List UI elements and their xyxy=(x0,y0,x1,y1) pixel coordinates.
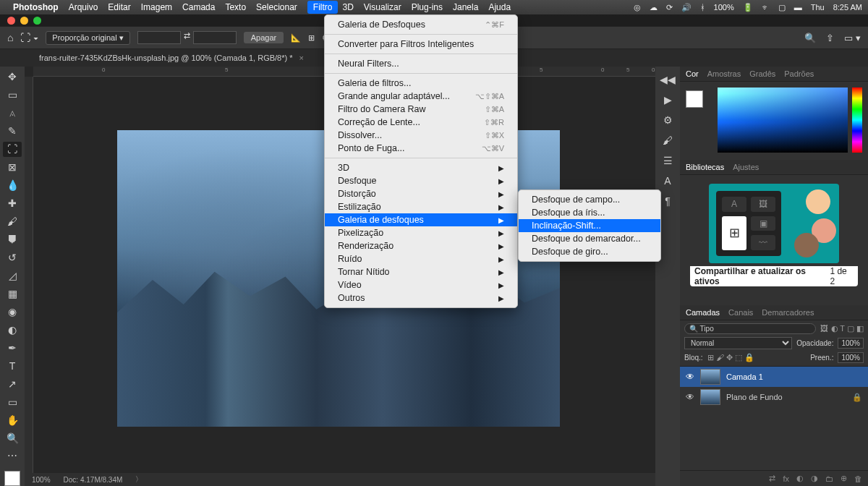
dodge-tool[interactable]: ◐ xyxy=(3,322,22,337)
hue-slider[interactable] xyxy=(852,88,862,153)
airplay-icon[interactable]: ▢ xyxy=(778,3,786,12)
visibility-icon[interactable]: 👁 xyxy=(686,392,694,402)
tab-ajustes[interactable]: Ajustes xyxy=(733,163,759,171)
layer-thumbnail[interactable] xyxy=(700,369,720,385)
fx-icon[interactable]: fx xyxy=(783,474,789,483)
submenu-item[interactable]: Inclinação-Shift... xyxy=(519,219,660,232)
share-icon[interactable]: ⇧ xyxy=(826,33,834,43)
new-layer-icon[interactable]: ⊕ xyxy=(841,474,847,483)
minimize-window-button[interactable] xyxy=(20,17,28,25)
menu-item[interactable]: Dissolver...⇧⌘X xyxy=(325,129,517,142)
menu-item[interactable]: Distorção▶ xyxy=(325,187,517,200)
menu-selecionar[interactable]: Selecionar xyxy=(256,2,297,12)
volume-icon[interactable]: 🔊 xyxy=(681,3,692,12)
type-tool[interactable]: T xyxy=(3,358,22,373)
play-icon[interactable]: ▶ xyxy=(664,94,672,106)
wifi-icon[interactable]: ᯤ xyxy=(762,3,770,12)
zoom-level[interactable]: 100% xyxy=(32,476,51,484)
lock-icon[interactable]: 🔒 xyxy=(852,393,862,402)
stamp-tool[interactable]: ⛊ xyxy=(3,232,22,247)
tab-padroes[interactable]: Padrões xyxy=(784,69,814,78)
menu-camada[interactable]: Camada xyxy=(182,2,215,12)
zoom-tool[interactable]: 🔍 xyxy=(3,430,22,446)
blur-tool[interactable]: ◉ xyxy=(3,304,22,319)
path-tool[interactable]: ↗ xyxy=(3,376,22,391)
close-tab-icon[interactable]: × xyxy=(299,54,304,62)
char-panel-icon[interactable]: A xyxy=(664,175,671,187)
menu-item[interactable]: Neural Filters... xyxy=(325,57,517,70)
mask-icon[interactable]: ◐ xyxy=(796,474,804,483)
menu-item[interactable]: Grande angular adaptável...⌥⇧⌘A xyxy=(325,90,517,103)
menu-filtro[interactable]: Filtro xyxy=(307,1,339,14)
tab-demarcadores[interactable]: Demarcadores xyxy=(762,308,814,317)
layer-name[interactable]: Plano de Fundo xyxy=(726,393,783,401)
menu-imagem[interactable]: Imagem xyxy=(141,2,172,12)
para-panel-icon[interactable]: ¶ xyxy=(665,195,671,207)
menu-janela[interactable]: Janela xyxy=(453,2,478,12)
history-panel-icon[interactable]: ☰ xyxy=(663,155,673,166)
layer-row[interactable]: 👁 Plano de Fundo 🔒 xyxy=(680,387,868,407)
layer-filter-icons[interactable]: 🖼 ◐ T ▢ ◧ xyxy=(820,324,864,333)
submenu-item[interactable]: Desfoque de giro... xyxy=(519,245,660,258)
menu-item[interactable]: Outros▶ xyxy=(325,291,517,304)
menu-plugins[interactable]: Plug-ins xyxy=(412,2,443,12)
bluetooth-icon[interactable]: ᚼ xyxy=(700,3,705,12)
flag-icon[interactable]: ▬ xyxy=(794,3,802,12)
adjust-icon[interactable]: ⚙ xyxy=(663,114,673,126)
submenu-item[interactable]: Desfoque do demarcador... xyxy=(519,232,660,245)
frame-tool[interactable]: ⊠ xyxy=(3,160,22,175)
menu-arquivo[interactable]: Arquivo xyxy=(69,2,98,12)
overlay-icon[interactable]: ⊞ xyxy=(308,33,315,43)
tab-cor[interactable]: Cor xyxy=(686,69,699,78)
cc-icon[interactable]: ☁ xyxy=(650,3,658,12)
menu-editar[interactable]: Editar xyxy=(108,2,130,12)
menu-ajuda[interactable]: Ajuda xyxy=(488,2,511,12)
fg-bg-colors[interactable] xyxy=(686,90,703,108)
blend-mode-select[interactable]: Normal xyxy=(684,337,792,349)
menu-item[interactable]: Ponto de Fuga...⌥⌘V xyxy=(325,142,517,155)
menu-texto[interactable]: Texto xyxy=(225,2,246,12)
tab-bibliotecas[interactable]: Bibliotecas xyxy=(686,163,724,171)
color-picker-field[interactable] xyxy=(718,88,848,153)
eyedropper-tool[interactable]: 💧 xyxy=(3,178,22,193)
swap-icon[interactable]: ⇄ xyxy=(184,31,190,44)
aspect-ratio-dropdown[interactable]: Proporção original ▾ xyxy=(46,31,129,45)
menu-item[interactable]: Ruído▶ xyxy=(325,252,517,265)
menu-item[interactable]: Converter para Filtros Inteligentes xyxy=(325,38,517,51)
lasso-tool[interactable]: ⟑ xyxy=(3,106,22,121)
layer-thumbnail[interactable] xyxy=(700,389,720,405)
menu-item[interactable]: Galeria de desfoques▶ xyxy=(325,213,517,226)
visibility-icon[interactable]: 👁 xyxy=(686,372,694,382)
shape-tool[interactable]: ▭ xyxy=(3,394,22,409)
straighten-icon[interactable]: 📐 xyxy=(291,33,301,43)
lock-icons[interactable]: ⊞ 🖌 ✥ ⬚ 🔒 xyxy=(707,353,754,362)
menu-item[interactable]: Galeria de filtros... xyxy=(325,77,517,90)
history-brush-tool[interactable]: ↺ xyxy=(3,250,22,265)
crop-tool-icon[interactable]: ⛶ ▾ xyxy=(20,32,38,43)
opacity-value[interactable]: 100% xyxy=(838,338,864,349)
layer-name[interactable]: Camada 1 xyxy=(726,372,763,381)
menu-visualizar[interactable]: Visualizar xyxy=(364,2,401,12)
brush-panel-icon[interactable]: 🖌 xyxy=(663,135,673,146)
menu-item[interactable]: Pixelização▶ xyxy=(325,226,517,239)
healing-tool[interactable]: ✚ xyxy=(3,196,22,211)
status-arrow[interactable]: 〉 xyxy=(135,474,142,485)
width-input[interactable] xyxy=(137,31,181,44)
clear-button[interactable]: Apagar xyxy=(244,32,284,43)
tab-amostras[interactable]: Amostras xyxy=(707,69,741,78)
layer-filter-search[interactable]: 🔍 Tipo xyxy=(684,323,816,334)
menu-item[interactable]: Galeria de Desfoques⌃⌘F xyxy=(325,18,517,31)
quick-select-tool[interactable]: ✎ xyxy=(3,124,22,139)
tab-canais[interactable]: Canais xyxy=(728,308,753,317)
layer-row[interactable]: 👁 Camada 1 xyxy=(680,367,868,387)
eraser-tool[interactable]: ◿ xyxy=(3,268,22,283)
menu-item[interactable]: Filtro do Camera Raw⇧⌘A xyxy=(325,103,517,116)
marquee-tool[interactable]: ▭ xyxy=(3,88,22,103)
siri-icon[interactable]: ◎ xyxy=(634,3,641,12)
zoom-window-button[interactable] xyxy=(33,17,41,25)
brush-tool[interactable]: 🖌 xyxy=(3,214,22,229)
sync-icon[interactable]: ⟳ xyxy=(666,3,673,12)
menu-3d[interactable]: 3D xyxy=(342,2,353,12)
menu-item[interactable]: Desfoque▶ xyxy=(325,174,517,187)
search-icon[interactable]: 🔍 xyxy=(804,33,816,43)
